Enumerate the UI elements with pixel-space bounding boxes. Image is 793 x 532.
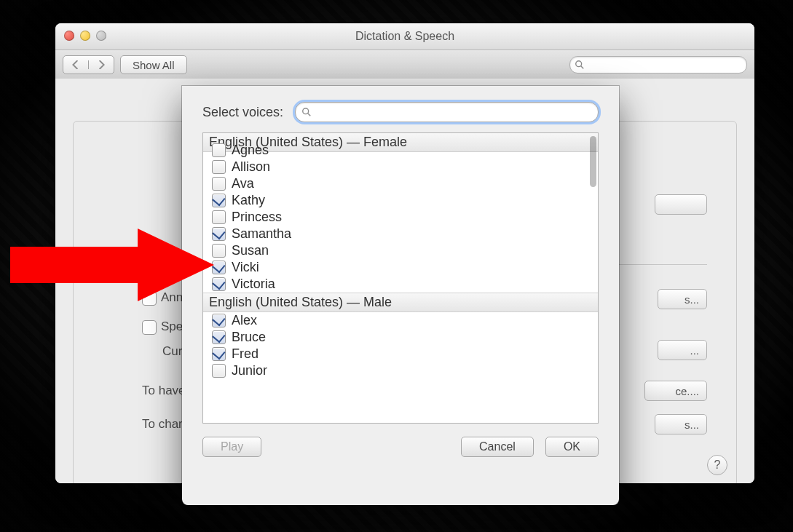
voice-name: Agnes	[232, 143, 269, 158]
voice-row[interactable]: Victoria	[203, 276, 598, 293]
partial-button[interactable]: s...	[658, 289, 707, 309]
voice-name: Junior	[232, 363, 267, 378]
select-voices-label: Select voices:	[202, 105, 283, 120]
sheet-header: Select voices:	[182, 86, 619, 132]
voice-checkbox[interactable]	[212, 194, 226, 207]
forward-icon[interactable]	[88, 60, 114, 69]
voice-name: Ava	[232, 176, 254, 191]
voice-name: Kathy	[232, 193, 265, 208]
voice-checkbox[interactable]	[212, 177, 226, 191]
partial-button[interactable]: ce....	[644, 381, 707, 401]
voice-name: Susan	[232, 243, 269, 258]
title-bar: Dictation & Speech	[55, 23, 754, 50]
voice-name: Allison	[232, 159, 270, 175]
svg-point-2	[303, 108, 309, 114]
voice-checkbox[interactable]	[212, 330, 226, 344]
voice-row[interactable]: Princess	[203, 209, 598, 226]
svg-line-3	[308, 114, 311, 116]
zoom-icon[interactable]	[96, 31, 106, 41]
voice-name: Alex	[232, 313, 257, 328]
search-icon	[301, 107, 312, 117]
voice-row[interactable]: Ava	[203, 175, 598, 192]
voice-row[interactable]: Junior	[203, 362, 598, 379]
voice-select-sheet: Select voices: English (United States) —…	[182, 86, 619, 505]
voice-row[interactable]: Kathy	[203, 192, 598, 209]
partial-button[interactable]	[655, 194, 707, 215]
voice-checkbox[interactable]	[212, 160, 226, 174]
nav-back-forward[interactable]	[63, 55, 114, 74]
current-label: Cur	[162, 344, 182, 359]
toolbar: Show All	[55, 50, 754, 80]
close-icon[interactable]	[64, 31, 74, 41]
show-all-button[interactable]: Show All	[120, 55, 187, 74]
search-icon	[575, 60, 585, 70]
cancel-button[interactable]: Cancel	[461, 437, 534, 457]
annotation-arrow-icon	[10, 229, 214, 301]
back-icon[interactable]	[63, 60, 88, 69]
minimize-icon[interactable]	[80, 31, 90, 41]
svg-line-1	[581, 66, 584, 69]
preferences-search[interactable]	[569, 56, 747, 74]
scrollbar-thumb[interactable]	[590, 136, 596, 187]
voice-checkbox[interactable]	[212, 347, 226, 361]
voice-checkbox[interactable]	[212, 143, 226, 157]
window-controls	[64, 31, 106, 41]
partial-button[interactable]: s...	[655, 414, 707, 434]
voice-checkbox[interactable]	[212, 314, 226, 327]
voice-checkbox[interactable]	[212, 210, 226, 224]
svg-point-0	[576, 61, 582, 67]
partial-button[interactable]: ...	[658, 340, 707, 360]
play-button[interactable]: Play	[202, 437, 261, 457]
voice-search-input[interactable]	[312, 106, 592, 119]
voice-name: Vicki	[232, 260, 259, 275]
voice-checkbox[interactable]	[212, 364, 226, 378]
speak-checkbox[interactable]	[142, 320, 157, 335]
sheet-buttons: Play Cancel OK	[182, 424, 619, 470]
voice-row[interactable]: Allison	[203, 159, 598, 175]
voice-row[interactable]: Bruce	[203, 329, 598, 346]
voice-name: Victoria	[232, 277, 275, 292]
voice-list[interactable]: English (United States) — FemaleAgnesAll…	[202, 132, 599, 424]
voice-row[interactable]: Alex	[203, 312, 598, 329]
window-title: Dictation & Speech	[355, 30, 454, 43]
voice-name: Princess	[232, 210, 282, 225]
voice-search[interactable]	[295, 102, 599, 122]
voice-row[interactable]: Susan	[203, 242, 598, 259]
help-button[interactable]: ?	[707, 455, 727, 475]
voice-name: Fred	[232, 346, 259, 362]
voice-group-header: English (United States) — Male	[203, 293, 598, 312]
voice-row[interactable]: Samantha	[203, 226, 598, 242]
svg-marker-4	[10, 229, 214, 301]
voice-name: Bruce	[232, 330, 266, 345]
voice-name: Samantha	[232, 226, 291, 242]
voice-row[interactable]: Vicki	[203, 259, 598, 276]
voice-row[interactable]: Fred	[203, 346, 598, 362]
ok-button[interactable]: OK	[545, 437, 599, 457]
